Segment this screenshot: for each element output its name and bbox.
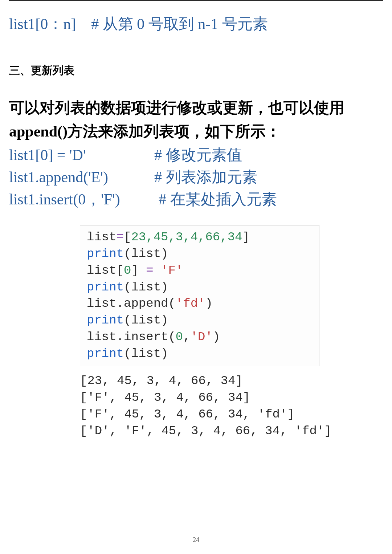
output-line: ['D', 'F', 45, 3, 4, 66, 34, 'fd'] <box>80 424 332 438</box>
update-comment: # 修改元素值 <box>154 144 242 166</box>
update-line-2: list1.append('E') # 列表添加元素 <box>9 166 383 188</box>
code-token: = <box>117 230 124 244</box>
code-token: ] <box>242 230 250 244</box>
update-code: list1[0] = 'D' <box>9 144 154 166</box>
code-token: list.insert( <box>87 330 176 344</box>
code-token: (list) <box>124 247 168 261</box>
code-token: (list) <box>124 280 168 294</box>
slice-example-line: list1[0：n] # 从第 0 号取到 n-1 号元素 <box>9 14 383 34</box>
code-token: [ <box>124 230 131 244</box>
code-token: 0 <box>124 264 131 277</box>
update-line-3: list1.insert(0，'F') # 在某处插入元素 <box>9 188 383 211</box>
code-token: 'D' <box>191 330 213 344</box>
output-line: [23, 45, 3, 4, 66, 34] <box>80 374 243 388</box>
page-number: 24 <box>0 536 392 544</box>
code-token: ] <box>131 264 146 277</box>
update-comment: # 在某处插入元素 <box>159 188 277 211</box>
update-code: list1.append('E') <box>9 166 154 188</box>
code-token: list[ <box>87 264 124 277</box>
output-block: [23, 45, 3, 4, 66, 34] ['F', 45, 3, 4, 6… <box>80 373 352 440</box>
code-token: list <box>87 230 117 244</box>
code-token: , <box>183 330 190 344</box>
update-comment: # 列表添加元素 <box>154 166 257 188</box>
code-token: 23,45,3,4,66,34 <box>131 230 242 244</box>
code-token: (list) <box>124 347 168 360</box>
update-code: list1.insert(0，'F') <box>9 188 154 211</box>
code-token: ) <box>205 297 212 310</box>
document-page: list1[0：n] # 从第 0 号取到 n-1 号元素 三、更新列表 可以对… <box>0 0 392 554</box>
output-line: ['F', 45, 3, 4, 66, 34, 'fd'] <box>80 407 295 421</box>
body-paragraph: 可以对列表的数据项进行修改或更新，也可以使用 append()方法来添加列表项，… <box>9 96 383 143</box>
output-line: ['F', 45, 3, 4, 66, 34] <box>80 391 250 404</box>
code-token: print <box>87 247 124 261</box>
code-token: (list) <box>124 313 168 327</box>
code-token: print <box>87 347 124 360</box>
code-token: 'fd' <box>176 297 205 310</box>
update-line-1: list1[0] = 'D' # 修改元素值 <box>9 144 383 166</box>
code-token: print <box>87 280 124 294</box>
code-token: list.append( <box>87 297 176 310</box>
top-divider <box>9 0 383 7</box>
code-token: 0 <box>176 330 183 344</box>
code-token: 'F' <box>161 264 183 277</box>
code-token: print <box>87 313 124 327</box>
code-token: ) <box>213 330 220 344</box>
code-block-container: list=[23,45,3,4,66,34] print(list) list[… <box>80 225 319 366</box>
code-token: = <box>146 264 161 277</box>
slice-code: list1[0：n] <box>9 16 76 32</box>
code-block: list=[23,45,3,4,66,34] print(list) list[… <box>80 225 319 366</box>
slice-comment: # 从第 0 号取到 n-1 号元素 <box>91 16 268 32</box>
section-title: 三、更新列表 <box>9 63 383 78</box>
